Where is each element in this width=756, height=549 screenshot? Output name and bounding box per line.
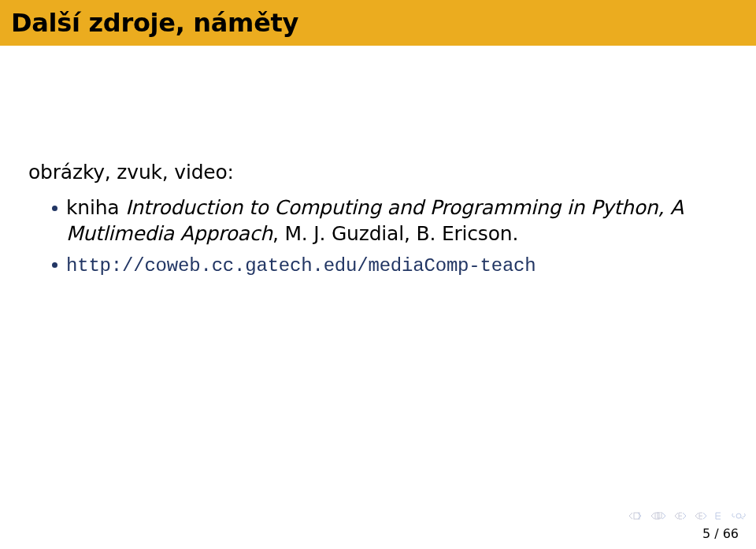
slide-header: Další zdroje, náměty	[0, 0, 756, 46]
list-item: http://coweb.cc.gatech.edu/mediaComp-tea…	[52, 251, 728, 279]
page-total: 66	[723, 526, 739, 541]
book-prefix: kniha	[66, 196, 125, 219]
nav-icons	[628, 512, 747, 520]
book-suffix: , M. J. Guzdial, B. Ericson.	[272, 222, 518, 245]
slide-footer: 5 / 66	[628, 512, 747, 541]
svg-point-3	[736, 514, 741, 518]
resource-link[interactable]: http://coweb.cc.gatech.edu/mediaComp-tea…	[66, 255, 536, 276]
nav-first-icon[interactable]	[628, 512, 643, 520]
nav-back-icon[interactable]	[674, 512, 687, 520]
slide-title: Další zdroje, náměty	[11, 8, 298, 38]
list-item: kniha Introduction to Computing and Prog…	[52, 195, 728, 247]
intro-text: obrázky, zvuk, video:	[28, 161, 728, 184]
page-number: 5 / 66	[702, 526, 747, 541]
slide-content: obrázky, zvuk, video: kniha Introduction…	[0, 46, 756, 279]
page-current: 5	[702, 526, 710, 541]
page-sep: /	[710, 526, 723, 541]
nav-mode-icon[interactable]	[715, 512, 723, 520]
nav-prev-icon[interactable]	[650, 512, 666, 520]
nav-search-icon[interactable]	[731, 512, 747, 520]
nav-forward-icon[interactable]	[695, 512, 707, 520]
bullet-list: kniha Introduction to Computing and Prog…	[28, 195, 728, 279]
